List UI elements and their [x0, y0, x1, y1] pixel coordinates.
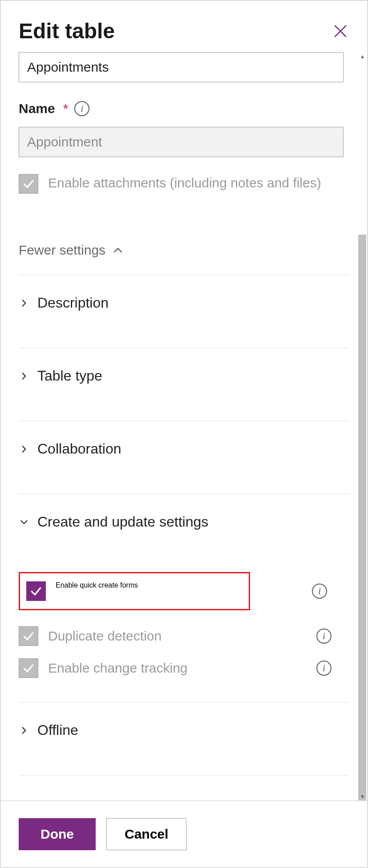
name-label: Name — [19, 101, 55, 116]
fewer-settings-label: Fewer settings — [19, 243, 105, 258]
required-asterisk: * — [63, 101, 69, 116]
change-tracking-label: Enable change tracking — [48, 661, 188, 676]
section-table-type-label: Table type — [37, 368, 102, 384]
section-description-label: Description — [37, 295, 109, 311]
close-icon — [333, 24, 348, 38]
chevron-right-icon — [19, 444, 29, 454]
change-tracking-row: Enable change tracking i — [19, 652, 349, 684]
scroll-down-arrow[interactable]: ▾ — [358, 792, 366, 800]
checkmark-icon — [22, 662, 35, 674]
cancel-button[interactable]: Cancel — [106, 818, 186, 850]
info-icon[interactable]: i — [312, 584, 327, 599]
checkmark-icon — [22, 178, 35, 190]
duplicate-row: Duplicate detection i — [19, 620, 349, 652]
duplicate-label: Duplicate detection — [48, 629, 162, 644]
checkmark-icon — [30, 585, 42, 597]
quick-create-label: Enable quick create forms — [56, 581, 138, 589]
info-icon[interactable]: i — [316, 629, 332, 644]
section-collaboration-label: Collaboration — [37, 441, 121, 457]
scroll-up-arrow[interactable]: ▴ — [358, 52, 366, 60]
section-table-type[interactable]: Table type — [19, 348, 349, 404]
section-offline-label: Offline — [37, 722, 78, 738]
panel-title: Edit table — [19, 19, 115, 43]
display-name-input[interactable] — [19, 52, 344, 82]
chevron-right-icon — [19, 298, 29, 308]
info-icon[interactable]: i — [74, 101, 89, 116]
checkmark-icon — [22, 630, 35, 642]
chevron-down-icon — [19, 517, 29, 527]
change-tracking-checkbox — [19, 658, 38, 678]
attachments-checkbox — [19, 174, 38, 194]
attachments-row: Enable attachments (including notes and … — [19, 174, 349, 194]
name-label-row: Name * i — [19, 101, 349, 116]
panel-header: Edit table — [1, 1, 367, 52]
edit-table-panel: Edit table Name * i Enable attachments (… — [0, 0, 368, 868]
name-input — [19, 127, 344, 157]
section-offline[interactable]: Offline — [19, 702, 349, 758]
section-collaboration[interactable]: Collaboration — [19, 421, 349, 477]
section-create-update[interactable]: Create and update settings — [19, 494, 349, 550]
attachments-label: Enable attachments (including notes and … — [48, 174, 321, 192]
scrollbar-thumb[interactable] — [358, 235, 366, 800]
duplicate-checkbox — [19, 626, 38, 646]
chevron-right-icon — [19, 371, 29, 381]
section-create-update-label: Create and update settings — [37, 514, 208, 530]
info-icon[interactable]: i — [316, 661, 332, 676]
close-button[interactable] — [332, 22, 349, 40]
scroll-area: Name * i Enable attachments (including n… — [1, 52, 367, 800]
highlight-quick-create: Enable quick create forms — [19, 572, 250, 610]
panel-footer: Done Cancel — [1, 800, 367, 867]
done-button[interactable]: Done — [19, 818, 96, 850]
quick-create-checkbox[interactable] — [26, 581, 46, 601]
section-description[interactable]: Description — [19, 275, 349, 331]
chevron-right-icon — [19, 725, 29, 736]
chevron-up-icon — [113, 245, 123, 256]
fewer-settings-toggle[interactable]: Fewer settings — [19, 243, 349, 258]
